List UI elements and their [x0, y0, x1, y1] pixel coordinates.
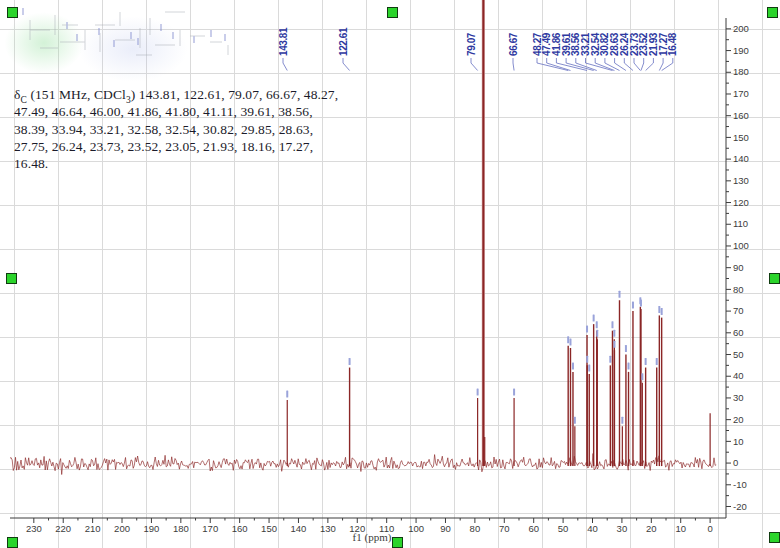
x-axis-tick-label: 200	[114, 523, 130, 534]
peak-top-marker	[625, 345, 627, 352]
x-axis-tick-label: 180	[173, 523, 189, 534]
x-axis-tick-label: 30	[617, 523, 628, 534]
x-axis-title: f1 (ppm)	[353, 531, 392, 544]
y-axis-tick-label: 180	[733, 66, 749, 77]
annotation-line: 16.48.	[14, 155, 344, 172]
x-axis-tick-label: 10	[675, 523, 686, 534]
peak-top-marker	[645, 358, 647, 365]
x-axis-tick-label: 80	[470, 523, 481, 534]
ghost-atom-mark	[66, 22, 68, 29]
peak-top-marker	[613, 330, 615, 337]
selection-handle-bottom-right[interactable]	[769, 532, 780, 543]
peak-top-marker	[661, 308, 663, 315]
peak-top-marker	[640, 299, 642, 306]
peak-label: 16.48	[667, 32, 678, 56]
ghost-atom-mark	[160, 24, 162, 31]
peak-top-marker	[349, 358, 351, 365]
selection-handle-middle-left[interactable]	[6, 273, 17, 284]
x-axis-tick-label: 130	[320, 523, 336, 534]
annotation-line: 27.75, 26.24, 23.73, 23.52, 23.05, 21.93…	[14, 138, 344, 155]
peak-labels: 143.81122.6179.0766.6748.2747.4941.8639.…	[278, 27, 679, 71]
peak-top-marker	[569, 339, 571, 346]
y-axis-tick-label: -20	[733, 501, 747, 512]
peak-label: 79.07	[466, 32, 477, 56]
peak-top-marker	[628, 362, 630, 369]
ghost-atom-mark	[130, 32, 132, 39]
x-axis-tick-label: 90	[440, 523, 451, 534]
selection-handle-middle-right[interactable]	[769, 273, 780, 284]
peak-top-marker	[596, 321, 598, 328]
x-axis-tick-label: 220	[55, 523, 71, 534]
y-axis-tick-label: 110	[733, 218, 748, 229]
annotation-text: ) 143.81, 122.61, 79.07, 66.67, 48.27,	[131, 87, 338, 102]
peak-list-annotation[interactable]: δC (151 MHz, CDCl3) 143.81, 122.61, 79.0…	[14, 86, 344, 172]
peak-top-marker	[567, 336, 569, 343]
nmr-page-canvas: 0102030405060708090100110120130140150160…	[0, 0, 780, 548]
nmr-spectrum-object[interactable]: 0102030405060708090100110120130140150160…	[0, 0, 780, 548]
x-axis-tick-label: 40	[587, 523, 598, 534]
peak-top-marker	[286, 391, 288, 398]
peak-top-marker	[609, 356, 611, 363]
peak-top-marker	[611, 321, 613, 328]
peak-top-marker	[641, 373, 643, 380]
peak-top-marker	[572, 362, 574, 369]
x-axis-tick-label: 210	[85, 523, 101, 534]
y-axis-tick-label: 140	[733, 153, 749, 164]
y-axis-tick-label: 90	[733, 262, 744, 273]
annotation-line: 47.49, 46.64, 46.00, 41.86, 41.80, 41.11…	[14, 103, 344, 120]
y-axis-tick-label: 60	[733, 327, 744, 338]
peak-label-leader	[547, 58, 571, 71]
y-axis-tick-label: 80	[733, 284, 744, 295]
x-axis-tick-label: 20	[646, 523, 657, 534]
annotation-line: 38.39, 33.94, 33.21, 32.58, 32.54, 30.82…	[14, 121, 344, 138]
y-axis-tick-label: 20	[733, 414, 744, 425]
selection-handle-bottom-center[interactable]	[392, 537, 403, 548]
peak-label-leader	[471, 58, 478, 71]
peak-top-marker	[574, 417, 576, 424]
peak-top-marker	[618, 291, 620, 298]
selection-handle-top-right[interactable]	[767, 7, 778, 18]
x-axis-tick-label: 190	[144, 523, 160, 534]
x-axis-tick-label: 140	[291, 523, 307, 534]
peak-top-marker	[513, 388, 515, 395]
y-axis-tick-label: 120	[733, 197, 749, 208]
annotation-line: δC (151 MHz, CDCl3) 143.81, 122.61, 79.0…	[14, 86, 344, 103]
ghost-atom-mark	[172, 32, 174, 39]
y-axis-tick-label: 100	[733, 240, 749, 251]
ghost-atom-mark	[210, 30, 212, 37]
y-axis-tick-label: 150	[733, 132, 749, 143]
peak-top-marker	[596, 330, 598, 337]
y-axis-tick-label: 0	[733, 457, 738, 468]
peak-label-leader	[659, 58, 663, 71]
selection-handle-top-left[interactable]	[7, 7, 18, 18]
y-axis-tick-label: -10	[733, 479, 747, 490]
peak-top-marker	[588, 365, 590, 372]
x-axis-tick-label: 60	[528, 523, 539, 534]
y-axis-tick-label: 50	[733, 349, 744, 360]
peak-label-leader	[641, 58, 644, 71]
y-axis-tick-label: 130	[733, 175, 749, 186]
x-axis-tick-label: 0	[707, 523, 712, 534]
selection-handle-bottom-left[interactable]	[7, 537, 18, 548]
peak-label-leader	[343, 58, 350, 71]
x-axis-tick-label: 70	[499, 523, 510, 534]
peak-top-marker	[658, 306, 660, 313]
x-axis-tick-label: 150	[261, 523, 277, 534]
peak-top-marker	[632, 302, 634, 309]
x-axis-tick-label: 230	[26, 523, 42, 534]
peak-top-marker	[593, 315, 595, 322]
y-axis-tick-label: 40	[733, 370, 744, 381]
y-axis-tick-label: 160	[733, 110, 749, 121]
y-axis-tick-label: 10	[733, 436, 744, 447]
peak-label-leader	[513, 58, 514, 71]
ghost-atom-mark	[137, 38, 139, 45]
peak-top-marker	[613, 341, 615, 348]
selection-handle-top-center[interactable]	[387, 7, 398, 18]
peak-label: 66.67	[508, 32, 519, 56]
peak-label-leader	[646, 58, 654, 71]
peak-top-marker	[586, 356, 588, 363]
y-axis-tick-label: 200	[733, 23, 749, 34]
peak-label-leader	[634, 58, 640, 71]
ghost-atom-mark	[224, 34, 226, 41]
peak-top-marker	[477, 388, 479, 395]
